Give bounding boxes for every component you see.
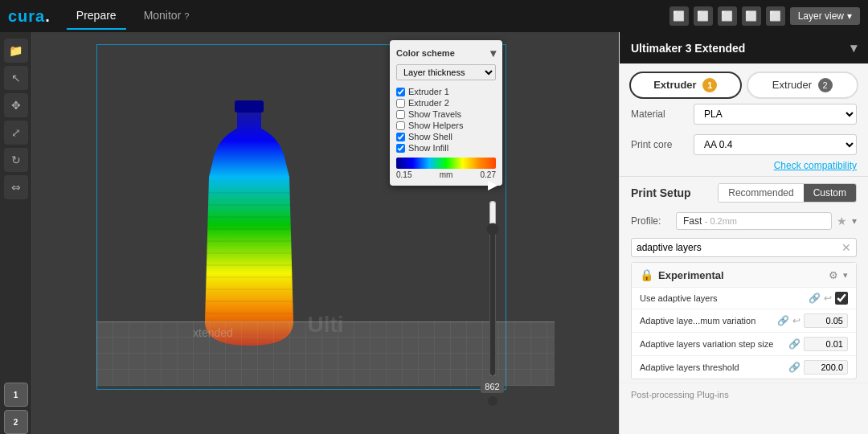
threshold-label: Adaptive layers threshold	[640, 362, 784, 372]
adaptive-layers-undo-icon[interactable]: ↩	[824, 293, 832, 304]
app-logo: cura.	[8, 7, 51, 26]
logo-dot: .	[45, 7, 51, 25]
experimental-icon: 🔒	[640, 268, 653, 281]
max-variation-label: Adaptive laye...mum variation	[640, 316, 772, 326]
profile-star-button[interactable]: ★	[837, 215, 847, 227]
experimental-gear-icon[interactable]: ⚙	[829, 269, 838, 281]
check-extruder2-label: Extruder 2	[408, 98, 449, 108]
svg-rect-0	[235, 100, 264, 113]
profile-dropdown-icon[interactable]: ▾	[852, 215, 857, 227]
right-panel-chevron[interactable]: ▾	[850, 40, 857, 55]
check-extruder1: Extruder 1	[396, 87, 496, 96]
slider-dot	[488, 396, 497, 406]
check-travels-input[interactable]	[396, 110, 405, 119]
extruder-1-tab[interactable]: Extruder 1	[629, 72, 742, 99]
check-travels-label: Show Travels	[408, 109, 461, 119]
experimental-chevron-icon[interactable]: ▾	[843, 270, 848, 280]
threshold-input[interactable]	[804, 360, 848, 375]
printer-label: xtended	[193, 326, 233, 339]
settings-search-input[interactable]	[637, 242, 838, 253]
color-scheme-select[interactable]: Layer thickness	[396, 64, 496, 80]
toolbar-icon-2[interactable]: ⬜	[694, 6, 713, 26]
check-helpers-input[interactable]	[396, 121, 405, 130]
print-setup-title: Print Setup	[631, 186, 718, 199]
material-label: Material	[631, 108, 687, 120]
threshold-link-icon[interactable]: 🔗	[788, 362, 800, 373]
check-extruder1-input[interactable]	[396, 88, 405, 96]
tab-monitor[interactable]: Monitor ?	[134, 2, 199, 30]
settings-search-bar: ✕	[631, 238, 857, 257]
check-infill-label: Show Infill	[408, 143, 448, 153]
color-bar-labels: 0.15 mm 0.27	[396, 170, 496, 179]
check-infill-input[interactable]	[396, 144, 405, 153]
sidebar-icon-scale[interactable]: ⤢	[4, 121, 28, 145]
sidebar-icon-rotate[interactable]: ↻	[4, 148, 28, 172]
layer-view-button[interactable]: Layer view ▾	[790, 7, 860, 25]
recommended-button[interactable]: Recommended	[719, 184, 803, 202]
extruder-tabs: Extruder 1 Extruder 2	[620, 63, 868, 99]
adaptive-layers-label: Use adaptive layers	[640, 293, 804, 303]
experimental-section-title: Experimental	[658, 269, 824, 281]
bottom-hint: Post-processing Plug-ins	[620, 383, 868, 406]
step-size-label: Adaptive layers variation step size	[640, 339, 784, 349]
profile-value: Fast - 0.2mm	[676, 212, 832, 230]
setting-threshold: Adaptive layers threshold 🔗	[632, 356, 856, 379]
sidebar-icon-mirror[interactable]: ⇔	[4, 175, 28, 199]
toolbar-icon-1[interactable]: ⬜	[669, 6, 689, 26]
color-gradient-bar	[396, 158, 496, 169]
layer-slider[interactable]	[485, 200, 501, 377]
print-setup-header: Print Setup Recommended Custom	[620, 176, 868, 209]
topbar-icons: ⬜ ⬜ ⬜ ⬜ ⬜ Layer view ▾	[669, 6, 860, 26]
main-layout: 📁 ↖ ✥ ⤢ ↻ ⇔ 1 2	[0, 32, 868, 434]
step-size-link-icon[interactable]: 🔗	[788, 338, 800, 350]
max-variation-undo-icon[interactable]: ↩	[792, 315, 800, 326]
step-size-input[interactable]	[804, 337, 848, 351]
monitor-help-icon: ?	[184, 11, 189, 21]
color-panel-header: Color scheme ▾	[396, 47, 496, 59]
extruder-2-tab[interactable]: Extruder 2	[747, 72, 859, 99]
extruder-2-badge: 2	[818, 78, 833, 92]
material-row: Material PLA	[620, 99, 868, 129]
max-variation-input[interactable]	[804, 313, 848, 328]
toolbar-icon-3[interactable]: ⬜	[718, 6, 737, 26]
check-helpers-label: Show Helpers	[408, 121, 463, 130]
setting-max-variation: Adaptive laye...mum variation 🔗 ↩	[632, 309, 856, 333]
setup-toggle: Recommended Custom	[718, 183, 857, 203]
toolbar-icon-5[interactable]: ⬜	[766, 6, 785, 26]
color-min-label: 0.15	[396, 170, 411, 179]
search-clear-button[interactable]: ✕	[841, 241, 851, 254]
printcore-select[interactable]: AA 0.4	[694, 134, 857, 155]
right-panel-header: Ultimaker 3 Extended ▾	[620, 32, 868, 63]
adaptive-layers-checkbox[interactable]	[835, 292, 848, 305]
sidebar-extruder-2[interactable]: 2	[4, 410, 28, 434]
adaptive-layers-link-icon[interactable]: 🔗	[809, 293, 821, 304]
check-shell-label: Show Shell	[408, 132, 452, 141]
printcore-row: Print core AA 0.4	[620, 129, 868, 160]
check-helpers: Show Helpers	[396, 121, 496, 130]
experimental-section-header[interactable]: 🔒 Experimental ⚙ ▾	[632, 263, 856, 288]
tab-prepare[interactable]: Prepare	[67, 2, 126, 30]
slider-value-display: 862	[481, 380, 503, 393]
3d-viewport: Ulti xtended Color scheme ▾ Layer thickn…	[32, 32, 619, 434]
setting-step-size: Adaptive layers variation step size 🔗	[632, 333, 856, 356]
check-compatibility-link[interactable]: Check compatibility	[620, 160, 868, 176]
sidebar-icon-select[interactable]: ↖	[4, 66, 28, 90]
toolbar-icon-4[interactable]: ⬜	[742, 6, 761, 26]
sidebar-extruder-1[interactable]: 1	[4, 383, 28, 407]
layer-slider-area: ▶ 862	[482, 32, 502, 434]
experimental-section: 🔒 Experimental ⚙ ▾ Use adaptive layers 🔗…	[631, 262, 857, 379]
topbar: cura. Prepare Monitor ? ⬜ ⬜ ⬜ ⬜ ⬜ Layer …	[0, 0, 868, 32]
sidebar-icon-move[interactable]: ✥	[4, 93, 28, 117]
printcore-label: Print core	[631, 139, 687, 150]
max-variation-link-icon[interactable]: 🔗	[777, 315, 789, 326]
custom-button[interactable]: Custom	[804, 184, 856, 202]
color-scheme-label: Color scheme	[396, 48, 455, 58]
setting-adaptive-layers: Use adaptive layers 🔗 ↩	[632, 288, 856, 309]
sidebar-icon-folder[interactable]: 📁	[4, 39, 28, 63]
color-unit-label: mm	[440, 170, 453, 179]
play-button[interactable]: ▶	[488, 177, 497, 192]
left-sidebar: 📁 ↖ ✥ ⤢ ↻ ⇔ 1 2	[0, 32, 32, 434]
material-select[interactable]: PLA	[694, 104, 857, 125]
check-shell-input[interactable]	[396, 133, 405, 141]
check-extruder2-input[interactable]	[396, 99, 405, 108]
